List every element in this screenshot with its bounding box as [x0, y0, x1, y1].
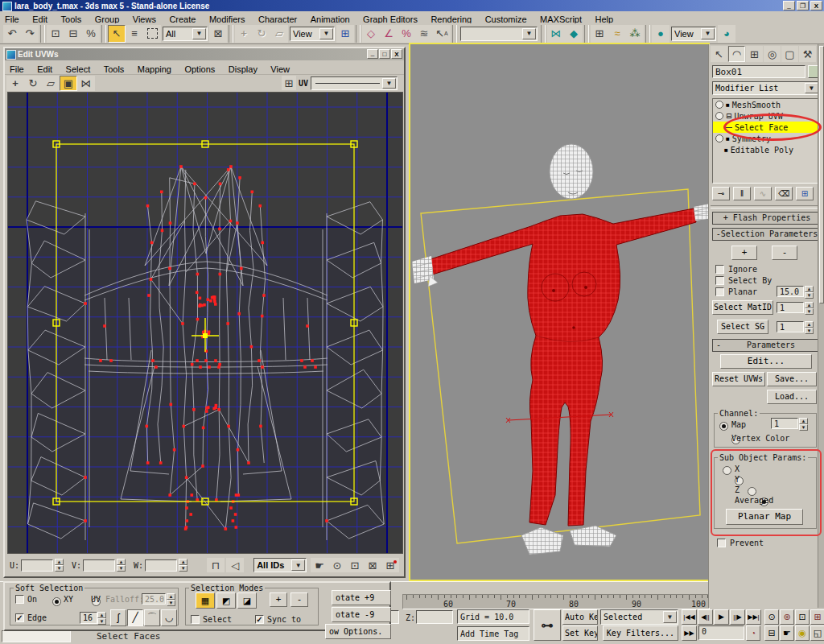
- uv-editor-canvas[interactable]: [7, 92, 403, 554]
- falloff-smooth-icon[interactable]: ʃ: [110, 609, 126, 626]
- map-channel-spinner[interactable]: ▲▼: [799, 418, 808, 431]
- z-coordinate-field[interactable]: [416, 610, 453, 624]
- uvw-menu-display[interactable]: Display: [224, 64, 262, 75]
- gizmo-flag-icon[interactable]: ◁: [226, 558, 244, 572]
- key-filters-button[interactable]: Key Filters...: [603, 625, 678, 641]
- pan-icon[interactable]: ☛: [311, 558, 328, 572]
- render-type-dropdown[interactable]: View▼: [671, 27, 716, 41]
- lock-selection-icon[interactable]: ⊓: [207, 558, 225, 572]
- texture-list-dropdown[interactable]: ▼: [311, 76, 398, 90]
- uvw-menu-options[interactable]: Options: [179, 64, 220, 75]
- pin-stack-icon[interactable]: ⊸: [712, 187, 730, 200]
- v-field[interactable]: [83, 559, 115, 572]
- falloff-linear-icon[interactable]: ╱: [127, 609, 143, 626]
- layer-manager-icon[interactable]: ⊞: [591, 25, 608, 43]
- modifier-list-dropdown[interactable]: Modifier List▼: [712, 81, 820, 95]
- go-to-start-icon[interactable]: |◀◀: [682, 609, 697, 625]
- parameters-rollout[interactable]: -Parameters: [712, 339, 822, 352]
- visibility-bulb-icon[interactable]: [715, 101, 723, 109]
- select-and-link-icon[interactable]: ⊡: [47, 25, 64, 43]
- set-key-button[interactable]: Set Key: [562, 625, 598, 641]
- edge-distance-field[interactable]: 16: [80, 612, 97, 624]
- uvw-menu-mapping[interactable]: Mapping: [133, 64, 176, 75]
- dropdown-arrow-icon[interactable]: ▼: [805, 83, 818, 93]
- select-matid-button[interactable]: Select MatID: [712, 300, 773, 315]
- edge-mode-icon[interactable]: ◩: [216, 592, 236, 609]
- close-button[interactable]: X: [810, 1, 822, 10]
- restore-button[interactable]: ❐: [797, 1, 809, 10]
- tab-hierarchy-icon[interactable]: ⊞: [746, 46, 763, 62]
- spinner-snap-icon[interactable]: ≋: [415, 25, 433, 43]
- reference-coordinate-dropdown[interactable]: View▼: [290, 27, 335, 41]
- dropdown-arrow-icon[interactable]: ▼: [382, 78, 396, 89]
- dropdown-arrow-icon[interactable]: ▼: [319, 28, 333, 39]
- redo-icon[interactable]: ↷: [21, 25, 39, 43]
- pan-view-icon[interactable]: ☛: [780, 625, 794, 641]
- make-unique-icon[interactable]: ∿: [754, 187, 772, 200]
- load-uvws-button[interactable]: Load...: [767, 390, 817, 404]
- key-mode-toggle-icon[interactable]: ▶▶: [682, 625, 697, 641]
- configure-stack-icon[interactable]: ⊞: [796, 187, 814, 200]
- planar-angle-field[interactable]: 15.0: [777, 286, 804, 297]
- arc-rotate-icon[interactable]: ◉: [795, 625, 810, 641]
- w-field[interactable]: [145, 559, 177, 572]
- soft-on-checkbox[interactable]: [15, 595, 24, 604]
- tab-create-icon[interactable]: ↖: [711, 46, 727, 62]
- rotate-minus90-button[interactable]: otate -9: [332, 607, 391, 622]
- falloff-field[interactable]: 25.0: [142, 593, 166, 605]
- selection-set-dropdown[interactable]: Selected▼: [600, 609, 678, 625]
- schematic-view-icon[interactable]: ⁂: [626, 25, 644, 43]
- perspective-viewport[interactable]: [409, 43, 710, 581]
- time-tag-readout[interactable]: Add Time Tag: [457, 626, 529, 641]
- falloff-fast-icon[interactable]: ◡: [161, 609, 177, 626]
- snap-grid-icon[interactable]: ⊞: [381, 558, 399, 572]
- uvw-close-button[interactable]: X: [391, 49, 402, 59]
- xy-radio[interactable]: [52, 597, 61, 606]
- sync-checkbox[interactable]: ✓: [255, 615, 264, 624]
- tab-display-icon[interactable]: ▢: [781, 46, 798, 62]
- window-crossing-icon[interactable]: ⊠: [209, 25, 227, 43]
- tab-motion-icon[interactable]: ◎: [764, 46, 781, 62]
- vertex-mode-icon[interactable]: ▦: [196, 592, 215, 609]
- quick-render-icon[interactable]: ◕: [718, 25, 735, 43]
- named-selection-sets-dropdown[interactable]: ▼: [460, 27, 538, 41]
- zoom-extents-icon[interactable]: ⊠: [364, 558, 381, 572]
- collapse-box-icon[interactable]: ⊟: [726, 112, 732, 120]
- undo-icon[interactable]: ↶: [3, 25, 21, 43]
- falloff-slow-icon[interactable]: ⌒: [144, 609, 160, 626]
- angle-snap-icon[interactable]: ∠: [380, 25, 398, 43]
- uvw-maximize-button[interactable]: □: [379, 49, 390, 59]
- minimize-button[interactable]: _: [783, 1, 795, 10]
- contract-selection-button[interactable]: -: [772, 246, 797, 260]
- matid-field[interactable]: 1: [777, 302, 804, 313]
- uvw-menu-select[interactable]: Select: [61, 64, 96, 75]
- keyboard-shortcut-icon[interactable]: ↖A: [433, 25, 451, 43]
- face-mode-icon[interactable]: ◪: [237, 592, 257, 609]
- falloff-spinner[interactable]: ▲▼: [167, 593, 175, 606]
- uvw-rotate-icon[interactable]: ↻: [24, 76, 42, 91]
- flash-properties-rollout[interactable]: + Flash Properties: [712, 212, 822, 225]
- map-channel-radio[interactable]: [719, 422, 728, 431]
- dropdown-arrow-icon[interactable]: ▼: [663, 611, 677, 623]
- dropdown-arrow-icon[interactable]: ▼: [701, 28, 715, 39]
- axis-constraint-icon[interactable]: ⊞: [336, 25, 354, 43]
- v-spinner[interactable]: ▲▼: [117, 559, 126, 572]
- track-bar[interactable]: 60 70 80 90 100: [402, 594, 710, 609]
- selection-filter-dropdown[interactable]: All▼: [163, 27, 208, 41]
- select-element-checkbox[interactable]: [191, 615, 200, 624]
- region-zoom-icon[interactable]: ⊟: [764, 625, 779, 641]
- rotate-icon[interactable]: ↻: [253, 25, 270, 43]
- dropdown-arrow-icon[interactable]: ▼: [291, 559, 305, 571]
- rotate-plus90-button[interactable]: otate +9: [332, 590, 391, 605]
- auto-key-button[interactable]: Auto Key: [562, 609, 598, 625]
- scale-icon[interactable]: ▱: [270, 25, 288, 43]
- show-options-button[interactable]: ow Options.: [325, 624, 391, 639]
- matid-filter-dropdown[interactable]: All IDs▼: [253, 558, 307, 572]
- uvw-freeform-icon[interactable]: ▣: [60, 76, 77, 91]
- planar-angle-checkbox[interactable]: [715, 287, 724, 296]
- planar-angle-spinner[interactable]: ▲▼: [805, 286, 814, 299]
- zoom-icon[interactable]: ⊙: [328, 558, 346, 572]
- zoom-extents-all-icon[interactable]: ⊞: [810, 609, 824, 625]
- uvw-menu-tools[interactable]: Tools: [99, 64, 130, 75]
- select-by-name-icon[interactable]: ≡: [126, 25, 143, 43]
